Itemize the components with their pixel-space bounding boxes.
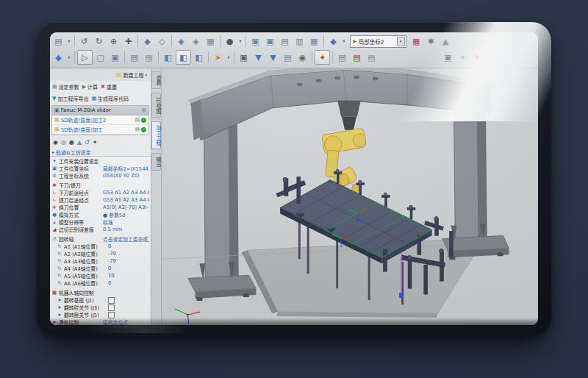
tree-row[interactable]: ➤ 翻转腕关节 (J5)	[51, 311, 149, 318]
toolbar-icon[interactable]: ▾	[341, 35, 347, 48]
tree-row[interactable]: ↻ A6 (A6轴位置) 0	[51, 279, 149, 287]
action-button[interactable]: ▶ 计算	[82, 83, 98, 90]
tree-row[interactable]: ↻ A1 (A1轴位置) 0	[51, 243, 149, 250]
toolbar-icon[interactable]: ▣	[441, 51, 455, 64]
toolbar-icon[interactable]: ▦	[409, 35, 423, 48]
toolbar-icon[interactable]: ▾	[237, 35, 243, 48]
panel-mini-icon[interactable]: ▲	[77, 139, 82, 146]
panel-tab[interactable]: 输出	[151, 153, 161, 171]
toolbar-icon[interactable]: ▦	[307, 35, 321, 48]
toolbar-icon[interactable]: ▤	[278, 35, 292, 48]
tree-row-checkbox[interactable]	[108, 312, 115, 318]
toolbar-icon[interactable]: ◧	[176, 50, 191, 65]
toolbar-icon[interactable]: ▣	[248, 35, 262, 48]
combo-dropdown-button[interactable]: ▾	[397, 37, 405, 46]
tree-row[interactable]: ↻ A2 (A2轴位置) -70	[51, 250, 149, 257]
toolbar-icon[interactable]: ◆	[326, 35, 340, 48]
panel-mini-icon[interactable]: ◎	[61, 139, 66, 146]
new-project-button[interactable]: ▤ 新建工程 ▾	[50, 68, 151, 81]
job-row[interactable]: ▤ 5D轨迹(曲面)加工2 ▤	[52, 115, 148, 125]
tree-row[interactable]: ↻ A5 (A5轴位置) 10	[51, 272, 149, 279]
toolbar-icon[interactable]	[158, 51, 159, 63]
toolbar-icon[interactable]: ▤	[350, 51, 364, 64]
toolbar-icon[interactable]	[312, 51, 312, 63]
toolbar-icon[interactable]	[171, 35, 172, 47]
toolbar-icon[interactable]: ✚	[121, 35, 135, 48]
tree-row[interactable]: ✚ 换刀位置 A1(0) A2(-70) A3(-70)	[51, 204, 149, 211]
toolbar-icon[interactable]: ✱	[424, 35, 438, 48]
action-button[interactable]: ▤ 设定参数	[52, 83, 79, 90]
toolbar-icon[interactable]: ▤	[51, 35, 65, 48]
tree-row[interactable]: ∟ 下刀前途经点 G53 A1 A2 A3 A4 A5 A	[51, 189, 149, 196]
toolbar-icon[interactable]: ◇	[155, 35, 169, 48]
toolbar-icon[interactable]: ▢	[93, 51, 107, 64]
toolbar-icon[interactable]: ▼	[470, 51, 484, 64]
panel-tab[interactable]: 3D视图	[151, 93, 161, 118]
panel-mini-icon[interactable]: ✦	[93, 139, 98, 146]
toolbar-icon[interactable]	[234, 51, 234, 63]
toolbar-icon[interactable]: ◧	[192, 51, 206, 64]
toolbar-icon[interactable]: ▼	[266, 51, 280, 64]
panel-mini-icon[interactable]: ↺	[85, 139, 90, 146]
tree-row-checkbox[interactable]	[108, 304, 115, 311]
tree-row[interactable]: ● 模拟方式 ● 参数5d	[51, 211, 149, 218]
toolbar-icon[interactable]: ▣	[108, 51, 122, 64]
panel-tab[interactable]: 查看	[151, 71, 161, 89]
tree-row[interactable]: ⊕ 工程坐标系统 G54(X0 Y0 Z0)	[51, 172, 149, 179]
toolbar-icon[interactable]: ➤	[211, 51, 225, 64]
toolbar-icon[interactable]: ◈	[189, 35, 203, 48]
tree-row[interactable]: ▣ 工件位置坐标 局部坐标2=(X1544.582	[51, 165, 149, 172]
tree-row[interactable]: ▦ 机器人轴向控制	[51, 289, 149, 296]
tree-row[interactable]: ↻ A3 (A3轴位置) -70	[51, 257, 149, 265]
toolbar-icon[interactable]: ▤	[365, 51, 379, 64]
tree-row[interactable]: ↻ A4 (A4轴位置) 0	[51, 265, 149, 272]
toolbar-icon[interactable]: ▤	[281, 51, 295, 64]
toolbar-icon[interactable]: ◉	[295, 51, 309, 64]
toolbar-icon[interactable]: ↺	[77, 35, 91, 48]
toolbar-icon[interactable]: ✦	[456, 51, 470, 64]
tree-row[interactable]: ✱ 下刀/提刀	[51, 182, 149, 189]
toolbar-icon[interactable]: ▣	[237, 51, 251, 64]
toolbar-icon[interactable]	[220, 35, 220, 47]
tree-row[interactable]: ◢ 过切识别误差值 0.5 mm	[51, 226, 149, 233]
toolbar-icon[interactable]	[74, 51, 75, 63]
toolbar-icon[interactable]: ↻	[92, 35, 106, 48]
coordinate-system-combo[interactable]: ➤ 局部坐标2 ▾	[350, 35, 406, 48]
toolbar-icon[interactable]: ●	[223, 35, 237, 48]
toolbar-icon[interactable]: ◆	[140, 35, 154, 48]
toolbar-icon[interactable]	[332, 51, 333, 63]
toolbar-icon[interactable]: ▾	[66, 51, 72, 64]
toolbar-icon[interactable]	[137, 35, 138, 47]
toolbar-icon[interactable]	[208, 51, 209, 63]
tree-row-checkbox[interactable]	[108, 297, 115, 304]
toolbar-icon[interactable]: ▼	[251, 51, 265, 64]
toolbar-icon[interactable]: ◧	[161, 51, 175, 64]
toolbar-icon[interactable]: ▤	[127, 51, 141, 64]
toolbar-icon[interactable]: ▷	[77, 50, 93, 65]
toolbar-icon[interactable]: ▦	[204, 35, 218, 48]
panel-mini-icon[interactable]: ◉	[53, 139, 58, 146]
3d-viewport[interactable]	[162, 68, 538, 325]
tree-row[interactable]: ▴ 模型分辨率 标准	[51, 218, 149, 226]
panel-tab[interactable]: 加工工程	[151, 121, 161, 149]
tree-row[interactable]: ✦ 工件安装位置设定	[51, 157, 149, 165]
toolbar-icon[interactable]: ⊕	[107, 35, 121, 48]
toolbar-icon[interactable]: ◆	[51, 51, 65, 64]
toolbar-icon[interactable]: ◈	[174, 35, 188, 48]
toolbar-icon[interactable]: ▥	[293, 35, 306, 48]
toolbar-icon[interactable]	[124, 51, 125, 63]
tree-row[interactable]: ◈ 滑轨控制 区间定位点	[51, 318, 149, 325]
toolbar-icon[interactable]	[323, 35, 324, 47]
action-button[interactable]: ▼ 加工程序导出	[52, 95, 88, 102]
action-button[interactable]: ▦ 生成程序代码	[91, 95, 129, 102]
machine-row[interactable]: ▣ Fanuc M-20iA slider ▤	[52, 106, 148, 115]
toolbar-icon[interactable]: ▣	[263, 35, 277, 48]
tree-row[interactable]: ➤ 翻转基座 (J1)	[51, 296, 149, 304]
tree-row[interactable]: ➤ 翻转肘关节 (J3)	[51, 304, 149, 311]
toolbar-icon[interactable]: ▾	[226, 51, 232, 64]
tree-row[interactable]: ∟ 提刀后途经点 G53 A1 A2 A3 A4 A5 A	[51, 196, 149, 204]
toolbar-icon[interactable]: ▤	[335, 51, 349, 64]
tree-row[interactable]: ↺ 回转轴 点击设定加工姿态或刀轴角度	[51, 235, 149, 243]
toolbar-icon[interactable]	[245, 35, 246, 47]
toolbar-icon[interactable]: ▲	[439, 35, 453, 48]
